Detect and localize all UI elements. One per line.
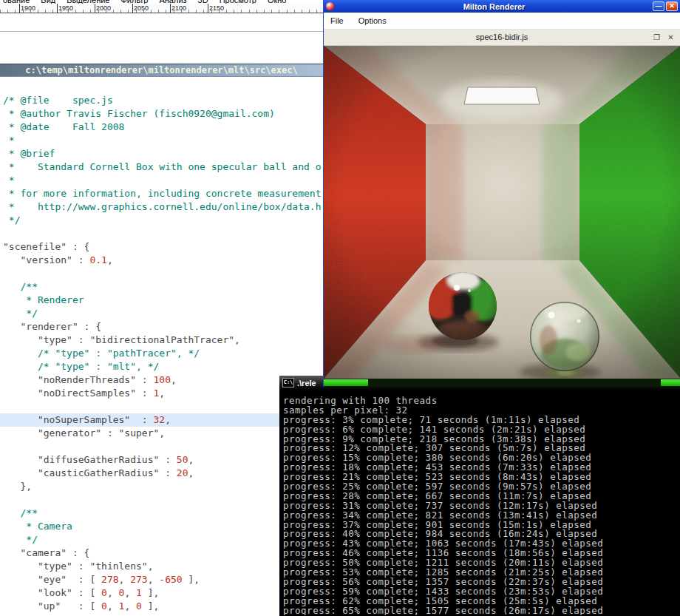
code-line[interactable]: "noSuperSamples" : 32, (0, 413, 323, 427)
ruler-tick: 2100 (170, 4, 171, 13)
code-line[interactable]: "look" : [ 0, 0, 1 ], (0, 586, 323, 600)
console-output: rendering with 100 threadssamples per pi… (279, 390, 680, 615)
code-line[interactable] (0, 267, 323, 280)
minimize-button[interactable]: — (653, 1, 664, 11)
code-line[interactable]: */ (0, 214, 323, 227)
code-line[interactable]: * Standard Cornell Box with one specular… (0, 160, 323, 174)
code-line[interactable]: * http://www.graphics.cornell.edu/online… (0, 200, 323, 214)
code-line[interactable]: "generator" : "super", (0, 427, 323, 440)
code-line[interactable] (0, 440, 323, 453)
ruler-label: 1950 (58, 4, 73, 12)
code-line[interactable]: /** (0, 507, 323, 520)
code-line[interactable]: /** (0, 280, 323, 294)
ruler-label: 2000 (96, 4, 111, 12)
divider-line (0, 31, 323, 32)
ruler-tick: 2000 (95, 4, 95, 13)
milton-window: Milton Renderer — ✕ File Options spec16-… (323, 0, 680, 387)
render-progress-bar (324, 379, 680, 387)
code-line[interactable]: "noRenderThreads" : 100, (0, 373, 323, 387)
code-line[interactable]: "scenefile" : { (0, 240, 323, 254)
ruler-tick: 1950 (57, 4, 58, 13)
background-app: ованиеВидВыделениеФильтрАнализ3DПросмотр… (0, 0, 323, 64)
code-line[interactable]: "camera" : { (0, 546, 323, 560)
code-line[interactable]: /* "type" : "mlt", */ (0, 360, 323, 373)
code-line[interactable]: */ (0, 307, 323, 320)
code-line[interactable]: * Renderer (0, 294, 323, 307)
code-line[interactable] (0, 227, 323, 240)
progress-segment-right (661, 379, 680, 386)
ruler-tick: 1900 (19, 4, 20, 13)
code-line[interactable]: * Camera (0, 520, 323, 533)
ruler-label: 2150 (209, 4, 224, 12)
console-icon: C:\ (282, 378, 294, 387)
window-title: Milton Renderer (337, 2, 651, 11)
close-button[interactable]: ✕ (666, 1, 678, 11)
milton-menubar: File Options (324, 13, 680, 30)
code-line[interactable]: "up" : [ 0, 1, 0 ], (0, 600, 323, 613)
code-line[interactable]: */ (0, 533, 323, 546)
float-icon[interactable]: ❐ (651, 32, 662, 43)
console-window: C:\ .\rele rendering with 100 threadssam… (279, 376, 680, 616)
code-line[interactable]: "type" : "thinlens", (0, 560, 323, 573)
editor-window: c:\temp\miltonrenderer\miltonrenderer\ml… (0, 64, 323, 616)
milton-tabbar: spec16-bidir.js ❐ ✕ (324, 30, 680, 46)
code-line[interactable]: /* "type" : "pathTracer", */ (0, 347, 323, 360)
progress-segment-left (324, 379, 368, 386)
code-line[interactable]: /* @file spec.js (0, 94, 323, 107)
cornell-box-render (324, 46, 680, 379)
app-icon (326, 2, 334, 10)
console-title: .\rele (297, 379, 316, 387)
milton-titlebar[interactable]: Milton Renderer — ✕ (324, 0, 680, 13)
editor-title: c:\temp\miltonrenderer\miltonrenderer\ml… (25, 65, 297, 75)
ruler-label: 2050 (134, 4, 149, 12)
ruler-label: 1900 (21, 4, 35, 12)
ruler-label: 2100 (171, 4, 186, 12)
code-line[interactable]: "noDirectSamples" : 1, (0, 387, 323, 400)
menu-file[interactable]: File (330, 16, 344, 25)
code-line[interactable]: * (0, 134, 323, 147)
code-line[interactable]: "diffuseGatherRadius" : 50, (0, 453, 323, 467)
code-line[interactable]: * @brief (0, 147, 323, 160)
code-line[interactable]: "causticGatherRadius" : 20, (0, 467, 323, 480)
code-line[interactable]: * @author Travis Fischer (fisch0920@gmai… (0, 107, 323, 121)
menu-options[interactable]: Options (358, 16, 387, 25)
code-line[interactable]: "version" : 0.1, (0, 254, 323, 267)
editor-titlebar[interactable]: c:\temp\miltonrenderer\miltonrenderer\ml… (0, 64, 323, 77)
tab-spec16-bidir[interactable]: spec16-bidir.js (324, 33, 680, 41)
editor-code[interactable]: /* @file spec.js * @author Travis Fische… (0, 77, 323, 615)
ruler: 190019502000205021002150 (0, 4, 323, 13)
code-line[interactable]: * @date Fall 2008 (0, 121, 323, 134)
code-line[interactable]: "eye" : [ 278, 273, -650 ], (0, 573, 323, 586)
dock-close-icon[interactable]: ✕ (665, 32, 676, 43)
code-line[interactable]: }, (0, 480, 323, 493)
code-line[interactable]: * (0, 174, 323, 187)
code-line[interactable]: * for more information, including concre… (0, 187, 323, 200)
ruler-tick: 2050 (132, 4, 133, 13)
code-line[interactable] (0, 493, 323, 507)
desktop: ованиеВидВыделениеФильтрАнализ3DПросмотр… (0, 0, 680, 616)
console-line: progress: 65% complete; 1577 seconds (26… (283, 606, 680, 616)
code-line[interactable]: "renderer" : { (0, 320, 323, 334)
code-line[interactable]: "type" : "bidirectionalPathTracer", (0, 334, 323, 347)
ruler-tick: 2150 (208, 4, 208, 13)
render-viewport (324, 46, 680, 379)
code-line[interactable] (0, 400, 323, 413)
